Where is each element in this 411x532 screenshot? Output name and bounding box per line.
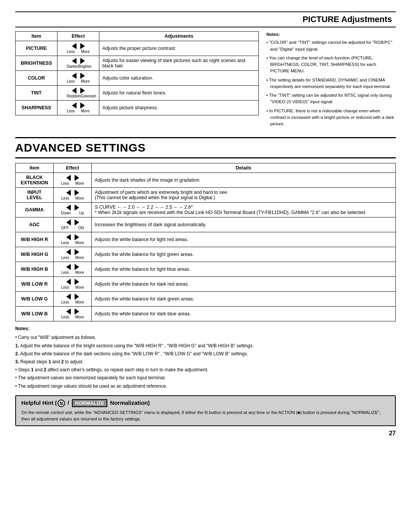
arrows-row-4 [72,102,85,109]
arrow-labels-4: Less More [67,109,90,113]
adv-effect-4: Less More [54,232,92,247]
adv-arrow-right-icon-1 [75,190,79,196]
picture-effect-4: Less More [57,101,99,115]
advanced-table-row: BLACKEXTENSION Less More Adjusts the dar… [16,173,396,188]
adv-arrow-right-icon-7 [75,279,79,285]
adv-description-0: Adjusts the dark shades of the image in … [92,173,396,188]
adv-arrow-right-icon-3 [75,219,79,225]
adv-arrow-left-icon-9 [66,308,71,315]
picture-table-row: TINT Reddish Greenish Adjusts for natura… [16,86,259,101]
adv-description-2: S CURVE ←→ 2.0 ←→ 2.2 ←→ 2.5 ←→ 2.6** Wh… [92,203,396,217]
adv-description-6: Adjusts the white balance for light blue… [92,262,396,277]
advanced-settings-title: ADVANCED SETTINGS [15,137,396,158]
adv-note-step1-label: 1. Adjust the white balance of the brigh… [15,343,253,348]
adv-item-9: W/B LOW B [16,307,54,321]
adv-item-5: W/B HIGH G [16,247,54,262]
arrow-labels-1: Darker Brighter [67,64,90,69]
arrow-right-icon-2 [80,73,85,79]
adv-item-0: BLACKEXTENSION [16,173,54,188]
adv-arrow-container-2: Down Up [57,204,88,215]
arrow-labels-3: Reddish Greenish [67,94,90,98]
adv-arrow-right-icon-4 [75,234,79,240]
adv-arrow-right-icon-9 [75,308,79,315]
picture-col-item: Item [16,32,57,41]
arrows-row-3 [72,88,85,94]
picture-note-3: The "TINT" setting can be adjusted for N… [266,92,396,105]
adv-effect-9: Less More [54,307,92,321]
adv-arrow-labels-9: Less More [61,315,84,319]
picture-table-container: Item Effect Adjustments PICTURE Less Mor… [15,31,259,129]
advanced-notes-list: Carry out "W/B" adjustment as follows.1.… [15,334,396,390]
adv-arrow-labels-6: Less More [61,270,84,275]
adv-arrow-left-icon-4 [66,234,71,240]
arrow-container-3: Reddish Greenish [61,88,96,98]
picture-note-0: "COLOR" and "TINT" settings cannot be ad… [266,39,396,53]
picture-description-0: Adjusts the proper picture contrast. [99,41,259,56]
adv-left-label-7: Less [61,285,69,289]
picture-col-effect: Effect [57,32,99,41]
adv-item-8: W/B LOW G [16,292,54,307]
adv-left-label-9: Less [61,315,69,319]
n-circle-icon: N [57,399,65,407]
advanced-table-row: W/B LOW B Less More Adjusts the white ba… [16,307,396,321]
advanced-table-row: W/B LOW R Less More Adjusts the white ba… [16,277,396,292]
advanced-notes-title: Notes: [15,325,396,332]
adv-description-3: Increases the brightness of dark signal … [92,217,396,232]
picture-effect-1: Darker Brighter [57,56,99,71]
picture-col-adjustments: Adjustments [99,32,259,41]
picture-effect-0: Less More [57,41,99,56]
adv-arrow-right-icon-5 [75,249,79,255]
adv-right-label-9: More [75,315,84,319]
adv-arrow-container-5: Less More [57,249,88,260]
adv-arrow-labels-7: Less More [61,285,84,289]
normalize-label: NORMALIZE [72,399,107,407]
arrow-left-icon-1 [72,58,76,64]
picture-table-row: BRIGHTNESS Darker Brighter Adjusts for e… [16,56,259,71]
adv-arrow-left-icon-7 [66,279,71,285]
adv-effect-6: Less More [54,262,92,277]
advanced-table-row: W/B HIGH G Less More Adjusts the white b… [16,247,396,262]
adv-arrow-labels-5: Less More [61,256,84,260]
adv-arrow-left-icon-6 [66,264,71,270]
helpful-hint-description: On the remote control unit, while the "A… [21,409,390,423]
advanced-note-6: The adjustment range values should be us… [15,383,396,390]
helpful-hint-box: Helpful Hint (N / NORMALIZE Normalizatio… [15,395,396,427]
adv-arrow-container-7: Less More [57,279,88,289]
adv-left-label-8: Less [61,300,69,304]
advanced-table: Item Effect Details BLACKEXTENSION Less … [15,163,396,321]
adv-arrow-left-icon-1 [66,190,71,196]
picture-table-row: COLOR Less More Adjusts color saturation… [16,71,259,86]
arrows-row-2 [72,73,85,79]
arrow-left-icon-4 [72,102,76,109]
adv-arrow-left-icon-8 [66,294,71,300]
advanced-note-1: 1. Adjust the white balance of the brigh… [15,342,396,350]
advanced-note-3: 3. Repeat steps 1 and 2 to adjust. [15,358,396,366]
arrow-labels-2: Less More [67,79,90,83]
adv-description-7: Adjusts the white balance for dark red a… [92,277,396,292]
advanced-table-row: W/B LOW G Less More Adjusts the white ba… [16,292,396,307]
adv-right-label-1: More [75,196,84,200]
adv-arrow-labels-2: Down Up [61,211,84,215]
adv-effect-1: Less More [54,188,92,203]
adv-right-label-7: More [75,285,84,289]
left-label-3: Reddish [67,94,81,98]
picture-description-1: Adjusts for easier viewing of dark pictu… [99,56,259,71]
helpful-hint-title-end: Normalization) [108,399,150,406]
adv-col-effect: Effect [54,163,92,173]
adv-arrow-right-icon-2 [75,204,79,211]
arrow-left-icon-3 [72,88,76,94]
adv-description-8: Adjusts the white balance for dark green… [92,292,396,307]
adv-arrows-row-7 [66,279,79,285]
adv-effect-8: Less More [54,292,92,307]
adv-arrow-container-0: Less More [57,175,88,185]
picture-table: Item Effect Adjustments PICTURE Less Mor… [15,31,259,115]
adv-right-label-8: More [75,300,84,304]
adv-arrow-container-9: Less More [57,308,88,319]
picture-notes-list: "COLOR" and "TINT" settings cannot be ad… [266,39,396,127]
picture-item-1: BRIGHTNESS [16,56,57,71]
adv-arrows-row-2 [66,204,79,211]
adv-arrow-labels-1: Less More [61,196,84,200]
adv-arrow-left-icon-0 [66,175,71,181]
adv-arrows-row-8 [66,294,79,300]
adv-arrows-row-1 [66,190,79,196]
